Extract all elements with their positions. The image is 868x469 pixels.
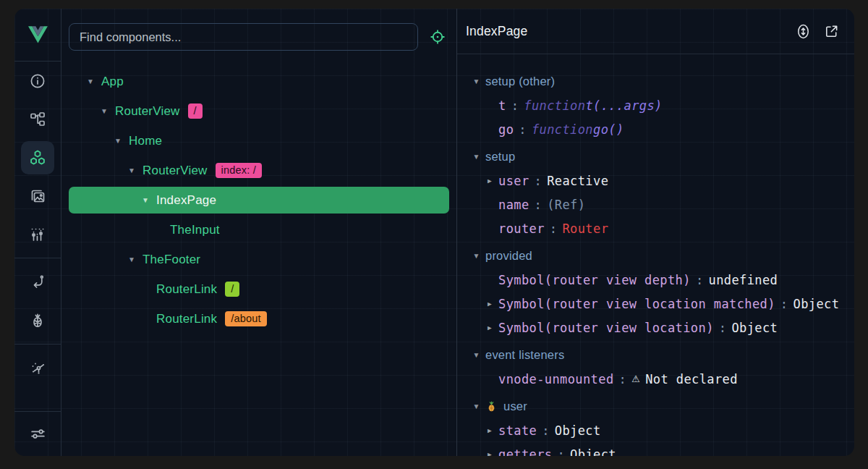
key-separator: :	[529, 198, 548, 212]
tree-row-home[interactable]: ▼ Home	[61, 126, 456, 156]
state-key: state	[498, 423, 537, 438]
active-tab-highlight	[21, 141, 54, 174]
select-component-in-page-button[interactable]	[429, 28, 446, 46]
sidebar-item-info[interactable]	[14, 62, 61, 100]
component-name: RouterView	[142, 164, 208, 178]
state-key: vnode-unmounted	[498, 372, 614, 386]
router-hook-icon	[29, 274, 46, 291]
inspector-header: IndexPage	[457, 9, 854, 54]
state-value: Router	[562, 221, 608, 236]
warning-icon: ⚠	[631, 373, 640, 384]
inspector-body: ▼ setup (other) t:function t(...args) go…	[457, 54, 854, 456]
expander-icon[interactable]: ▼	[85, 77, 95, 85]
component-name: RouterLink	[156, 312, 217, 326]
route-badge: /	[225, 282, 239, 297]
component-name: TheInput	[170, 223, 220, 237]
section-setup[interactable]: ▼ setup	[457, 145, 854, 169]
state-row-getters[interactable]: ▶getters:Object	[457, 442, 854, 456]
state-key: Symbol(router view depth)	[498, 273, 691, 287]
section-user-store[interactable]: ▼ user	[457, 394, 854, 418]
expander-icon[interactable]: ▼	[127, 255, 137, 263]
expander-icon[interactable]: ▶	[485, 300, 494, 308]
state-row-user[interactable]: ▶user:Reactive	[457, 169, 854, 193]
tree-row-indexpage-selected[interactable]: ▼ IndexPage	[61, 185, 456, 215]
expander-icon[interactable]: ▶	[485, 450, 494, 456]
tree-row-theinput[interactable]: TheInput	[61, 215, 456, 245]
inspector-actions	[795, 23, 840, 40]
sidebar-item-timeline[interactable]	[14, 215, 61, 253]
state-value: Object	[555, 423, 601, 438]
key-separator: :	[552, 447, 570, 457]
expander-icon[interactable]: ▼	[127, 166, 137, 174]
state-row-state[interactable]: ▶state:Object	[457, 418, 854, 442]
state-key: t	[498, 98, 506, 113]
tree-row-thefooter[interactable]: ▼ TheFooter	[61, 245, 456, 274]
tree-toolbar	[61, 9, 456, 51]
expander-icon[interactable]: ▶	[485, 426, 494, 434]
vue-logo-icon	[28, 26, 48, 43]
tree-row-routerview[interactable]: ▼ RouterView /	[61, 96, 456, 126]
state-key: getters	[498, 447, 552, 457]
state-key: user	[498, 174, 529, 188]
graph-network-icon	[29, 360, 46, 377]
expander-icon[interactable]: ▶	[485, 177, 494, 185]
tree-row-routerlink-home[interactable]: RouterLink /	[61, 274, 456, 304]
sidebar-item-components[interactable]	[14, 138, 61, 177]
state-row-symbol-location[interactable]: ▶Symbol(router view location):Object	[457, 316, 854, 339]
expander-icon[interactable]: ▼	[472, 252, 481, 260]
pineapple-icon	[485, 400, 498, 413]
tree-row-routerview-index[interactable]: ▼ RouterView index: /	[61, 156, 456, 185]
component-name: RouterView	[115, 104, 180, 119]
state-value: Not declared	[645, 372, 738, 386]
section-event-listeners[interactable]: ▼ event listeners	[457, 343, 854, 367]
key-separator: :	[775, 297, 793, 311]
rail-divider	[14, 344, 61, 345]
expander-icon[interactable]: ▼	[472, 402, 481, 410]
section-label: user	[503, 400, 527, 413]
expander-icon[interactable]: ▼	[472, 77, 481, 85]
sidebar-item-router[interactable]	[14, 263, 61, 301]
tree-hierarchy-icon	[29, 111, 46, 128]
sidebar-item-settings[interactable]	[14, 411, 61, 456]
state-row-go: go:function go()	[457, 117, 854, 141]
state-value: Reactive	[547, 174, 608, 188]
state-row-symbol-depth: Symbol(router view depth):undefined	[457, 268, 854, 292]
settings-sliders-icon	[29, 425, 47, 443]
component-name: IndexPage	[156, 193, 216, 208]
sidebar-item-pinia[interactable]	[14, 301, 61, 339]
state-row-t: t:function t(...args)	[457, 93, 854, 117]
route-badge: /about	[225, 311, 267, 326]
section-provided[interactable]: ▼ provided	[457, 244, 854, 268]
expander-icon[interactable]: ▼	[140, 196, 150, 204]
key-separator: :	[506, 98, 524, 113]
locate-target-icon	[429, 28, 446, 46]
expander-icon[interactable]: ▼	[113, 137, 123, 145]
component-tree-panel: ▼ App ▼ RouterView / ▼ Home ▼ RouterView…	[61, 9, 457, 456]
vue-logo	[14, 9, 61, 62]
section-label: setup	[485, 150, 515, 164]
section-setup-other[interactable]: ▼ setup (other)	[457, 69, 854, 93]
pinia-pineapple-icon	[29, 312, 46, 329]
sidebar-item-assets[interactable]	[14, 177, 61, 215]
expander-icon[interactable]: ▶	[485, 324, 494, 331]
expander-icon[interactable]: ▼	[99, 107, 109, 115]
key-separator: :	[714, 321, 732, 335]
tree-row-routerlink-about[interactable]: RouterLink /about	[61, 304, 456, 334]
tree-row-app[interactable]: ▼ App	[61, 67, 456, 96]
scroll-to-component-icon[interactable]	[795, 23, 812, 40]
timeline-sliders-icon	[29, 226, 46, 243]
devtools-window: ▼ App ▼ RouterView / ▼ Home ▼ RouterView…	[14, 9, 854, 456]
sidebar-item-graph[interactable]	[14, 349, 61, 387]
component-name: TheFooter	[142, 253, 200, 267]
open-in-editor-icon[interactable]	[823, 23, 840, 40]
key-separator: :	[529, 174, 548, 188]
expander-icon[interactable]: ▼	[472, 153, 481, 161]
state-row-router: router:Router	[457, 216, 854, 240]
expander-icon[interactable]: ▼	[472, 351, 481, 359]
state-value-keyword: function	[532, 122, 593, 137]
search-input[interactable]	[69, 23, 418, 51]
state-row-symbol-matched[interactable]: ▶Symbol(router view location matched):Ob…	[457, 292, 854, 316]
sidebar-item-elements-tree[interactable]	[14, 100, 61, 138]
key-separator: :	[614, 372, 632, 386]
rail-spacer	[14, 387, 61, 411]
